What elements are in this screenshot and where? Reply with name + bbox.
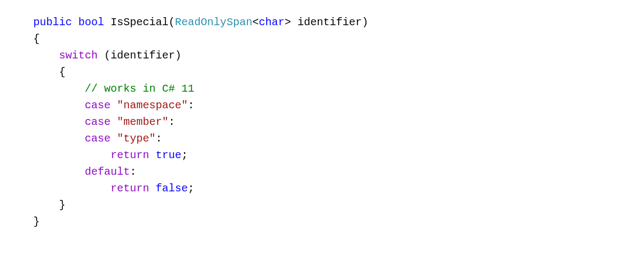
string-type: "type"	[117, 132, 156, 145]
method-brace-open: {	[33, 33, 40, 45]
keyword-return-1: return	[111, 149, 149, 161]
keyword-public: public	[33, 16, 72, 28]
angle-close: >	[284, 16, 291, 28]
string-member: "member"	[117, 116, 169, 128]
method-name: IsSpecial	[111, 16, 169, 28]
colon-2: :	[169, 116, 175, 128]
switch-paren-open: (	[104, 49, 111, 62]
angle-open: <	[252, 16, 259, 28]
comment-line: // works in C# 11	[85, 83, 194, 95]
keyword-bool: bool	[78, 16, 104, 28]
type-readonlyspan: ReadOnlySpan	[175, 16, 252, 28]
keyword-default: default	[85, 166, 130, 178]
colon-4: :	[130, 166, 136, 178]
keyword-true: true	[156, 149, 181, 161]
keyword-case-3: case	[85, 132, 111, 145]
switch-expr: identifier	[111, 49, 175, 62]
keyword-case-2: case	[85, 116, 111, 128]
paren-close: )	[362, 16, 368, 28]
colon-3: :	[156, 132, 162, 145]
switch-brace-open: {	[59, 66, 65, 78]
keyword-switch: switch	[59, 49, 98, 62]
keyword-case-1: case	[85, 99, 111, 111]
string-namespace: "namespace"	[117, 99, 188, 111]
code-block: public bool IsSpecial(ReadOnlySpan<char>…	[0, 0, 644, 244]
switch-brace-close: }	[59, 199, 65, 211]
switch-paren-close: )	[175, 49, 181, 62]
keyword-false: false	[156, 182, 188, 195]
keyword-char: char	[259, 16, 284, 28]
param-identifier: identifier	[297, 16, 362, 28]
semicolon-1: ;	[181, 149, 188, 161]
colon-1: :	[188, 99, 194, 111]
method-brace-close: }	[33, 215, 40, 228]
semicolon-2: ;	[188, 182, 194, 195]
keyword-return-2: return	[111, 182, 149, 195]
paren-open: (	[169, 16, 175, 28]
